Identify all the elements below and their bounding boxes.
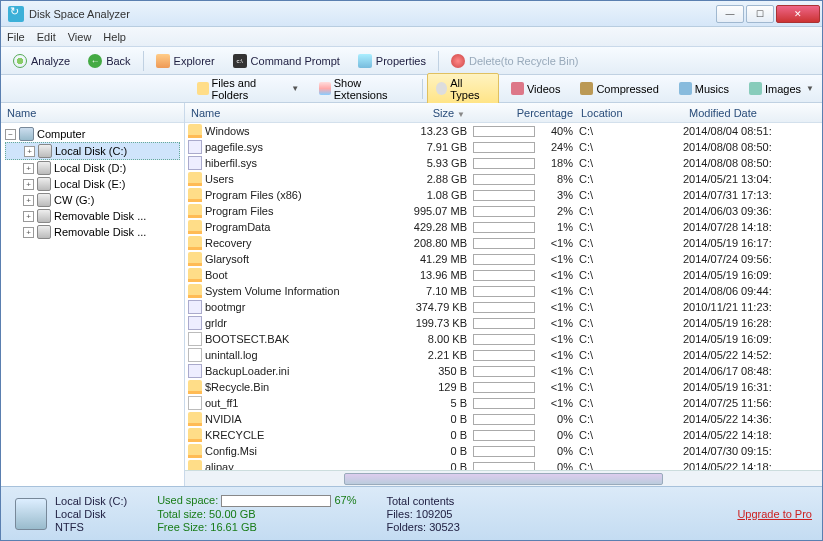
table-row[interactable]: out_ff15 B<1%C:\2014/07/25 11:56: <box>185 395 822 411</box>
row-name: Users <box>205 173 403 185</box>
tree-drive-1[interactable]: +Local Disk (D:) <box>5 160 180 176</box>
list-body[interactable]: Windows13.23 GB40%C:\2014/08/04 08:51:pa… <box>185 123 822 470</box>
col-name[interactable]: Name <box>185 107 403 119</box>
row-size: 350 B <box>403 365 473 377</box>
minimize-button[interactable]: — <box>716 5 744 23</box>
table-row[interactable]: Users2.88 GB8%C:\2014/05/21 13:04: <box>185 171 822 187</box>
images-filter[interactable]: Images▼ <box>741 79 822 98</box>
row-date: 2014/05/22 14:52: <box>683 349 822 361</box>
table-row[interactable]: unintall.log2.21 KB<1%C:\2014/05/22 14:5… <box>185 347 822 363</box>
folder-icon <box>188 172 202 186</box>
menu-help[interactable]: Help <box>103 31 126 43</box>
expand-icon[interactable]: + <box>23 163 34 174</box>
table-row[interactable]: alipay0 B0%C:\2014/05/22 14:18: <box>185 459 822 470</box>
row-size: 208.80 MB <box>403 237 473 249</box>
col-location[interactable]: Location <box>581 107 685 119</box>
table-row[interactable]: Windows13.23 GB40%C:\2014/08/04 08:51: <box>185 123 822 139</box>
analyze-button[interactable]: Analyze <box>7 52 76 70</box>
delete-button[interactable]: Delete(to Recycle Bin) <box>445 52 584 70</box>
tree-drive-3[interactable]: +CW (G:) <box>5 192 180 208</box>
row-pct: 0% <box>537 413 579 425</box>
table-row[interactable]: $Recycle.Bin129 B<1%C:\2014/05/19 16:31: <box>185 379 822 395</box>
videos-filter[interactable]: Videos <box>503 79 568 98</box>
sb-folders: Folders: 30523 <box>386 521 459 533</box>
statusbar: Local Disk (C:) Local Disk NTFS Used spa… <box>1 486 822 540</box>
table-row[interactable]: ProgramData429.28 MB1%C:\2014/07/28 14:1… <box>185 219 822 235</box>
row-name: Boot <box>205 269 403 281</box>
music-icon <box>679 82 692 95</box>
row-bar <box>473 366 535 377</box>
compressed-filter[interactable]: Compressed <box>572 79 666 98</box>
list-header: Name Size▼ Percentage Location Modified … <box>185 103 822 123</box>
tree-drive-4[interactable]: +Removable Disk ... <box>5 208 180 224</box>
col-modified[interactable]: Modified Date <box>685 107 822 119</box>
explorer-button[interactable]: Explorer <box>150 52 221 70</box>
table-row[interactable]: hiberfil.sys5.93 GB18%C:\2014/08/08 08:5… <box>185 155 822 171</box>
close-button[interactable]: ✕ <box>776 5 820 23</box>
col-size[interactable]: Size▼ <box>403 107 473 119</box>
table-row[interactable]: BOOTSECT.BAK8.00 KB<1%C:\2014/05/19 16:0… <box>185 331 822 347</box>
row-loc: C:\ <box>579 189 683 201</box>
menu-view[interactable]: View <box>68 31 92 43</box>
row-size: 429.28 MB <box>403 221 473 233</box>
row-loc: C:\ <box>579 381 683 393</box>
titlebar[interactable]: Disk Space Analyzer — ☐ ✕ <box>1 1 822 27</box>
menu-edit[interactable]: Edit <box>37 31 56 43</box>
table-row[interactable]: KRECYCLE0 B0%C:\2014/05/22 14:18: <box>185 427 822 443</box>
row-pct: <1% <box>537 333 579 345</box>
row-loc: C:\ <box>579 317 683 329</box>
file-icon <box>188 140 202 154</box>
tree-drive-0[interactable]: +Local Disk (C:) <box>5 142 180 160</box>
files-folders-filter[interactable]: Files and Folders▼ <box>189 74 307 104</box>
table-row[interactable]: bootmgr374.79 KB<1%C:\2010/11/21 11:23: <box>185 299 822 315</box>
row-pct: 24% <box>537 141 579 153</box>
table-row[interactable]: System Volume Information7.10 MB<1%C:\20… <box>185 283 822 299</box>
table-row[interactable]: BackupLoader.ini350 B<1%C:\2014/06/17 08… <box>185 363 822 379</box>
tree-drive-2[interactable]: +Local Disk (E:) <box>5 176 180 192</box>
table-row[interactable]: Config.Msi0 B0%C:\2014/07/30 09:15: <box>185 443 822 459</box>
table-row[interactable]: Program Files995.07 MB2%C:\2014/06/03 09… <box>185 203 822 219</box>
back-button[interactable]: ←Back <box>82 52 136 70</box>
all-types-filter[interactable]: All Types <box>427 73 499 105</box>
table-row[interactable]: pagefile.sys7.91 GB24%C:\2014/08/08 08:5… <box>185 139 822 155</box>
row-bar <box>473 414 535 425</box>
tree-drive-5[interactable]: +Removable Disk ... <box>5 224 180 240</box>
row-date: 2014/05/19 16:09: <box>683 269 822 281</box>
menu-file[interactable]: File <box>7 31 25 43</box>
table-row[interactable]: Glarysoft41.29 MB<1%C:\2014/07/24 09:56: <box>185 251 822 267</box>
row-size: 2.88 GB <box>403 173 473 185</box>
musics-filter[interactable]: Musics <box>671 79 737 98</box>
cmd-button[interactable]: c:\Command Prompt <box>227 52 346 70</box>
row-date: 2014/05/19 16:31: <box>683 381 822 393</box>
row-size: 0 B <box>403 445 473 457</box>
show-extensions-filter[interactable]: Show Extensions <box>311 74 417 104</box>
expand-icon[interactable]: + <box>23 179 34 190</box>
row-loc: C:\ <box>579 301 683 313</box>
drive-icon <box>37 193 51 207</box>
row-bar <box>473 270 535 281</box>
expand-icon[interactable]: + <box>23 195 34 206</box>
col-percentage[interactable]: Percentage <box>473 107 581 119</box>
horizontal-scrollbar[interactable] <box>185 470 822 486</box>
tree-root-computer[interactable]: − Computer <box>5 126 180 142</box>
table-row[interactable]: NVIDIA0 B0%C:\2014/05/22 14:36: <box>185 411 822 427</box>
properties-button[interactable]: Properties <box>352 52 432 70</box>
sidebar-header[interactable]: Name <box>1 103 184 123</box>
folder-icon <box>188 428 202 442</box>
expand-icon[interactable]: + <box>23 227 34 238</box>
row-bar <box>473 190 535 201</box>
table-row[interactable]: Program Files (x86)1.08 GB3%C:\2014/07/3… <box>185 187 822 203</box>
maximize-button[interactable]: ☐ <box>746 5 774 23</box>
row-date: 2014/08/06 09:44: <box>683 285 822 297</box>
collapse-icon[interactable]: − <box>5 129 16 140</box>
expand-icon[interactable]: + <box>23 211 34 222</box>
table-row[interactable]: Boot13.96 MB<1%C:\2014/05/19 16:09: <box>185 267 822 283</box>
upgrade-link[interactable]: Upgrade to Pro <box>737 508 812 520</box>
toolbar: Analyze ←Back Explorer c:\Command Prompt… <box>1 47 822 75</box>
expand-icon[interactable]: + <box>24 146 35 157</box>
drive-tree: − Computer +Local Disk (C:)+Local Disk (… <box>1 123 184 243</box>
row-loc: C:\ <box>579 157 683 169</box>
table-row[interactable]: Recovery208.80 MB<1%C:\2014/05/19 16:17: <box>185 235 822 251</box>
folder-icon <box>188 380 202 394</box>
table-row[interactable]: grldr199.73 KB<1%C:\2014/05/19 16:28: <box>185 315 822 331</box>
